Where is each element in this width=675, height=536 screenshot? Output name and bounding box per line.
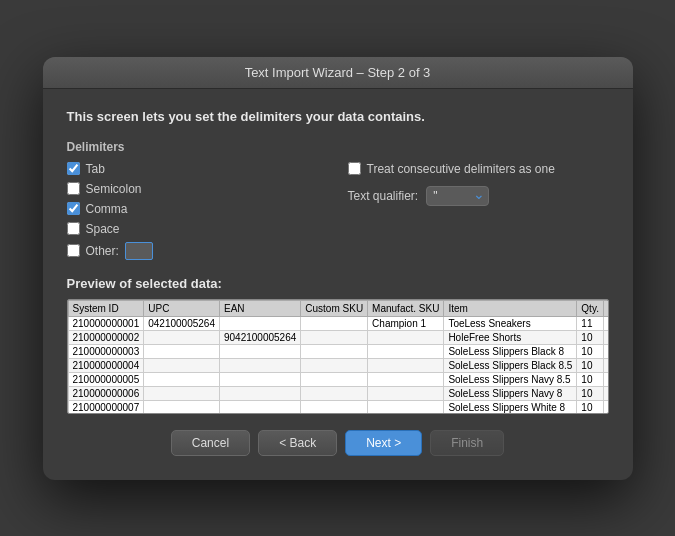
- consecutive-checkbox[interactable]: [348, 162, 361, 175]
- back-button[interactable]: < Back: [258, 430, 337, 456]
- consecutive-checkbox-label[interactable]: Treat consecutive delimiters as one: [348, 162, 609, 176]
- table-row: 210000000001042100005264Champion 1ToeLes…: [68, 316, 609, 330]
- qualifier-label: Text qualifier:: [348, 189, 419, 203]
- tab-checkbox[interactable]: [67, 162, 80, 175]
- table-row: 210000000006SoleLess Slippers Navy 8100: [68, 386, 609, 400]
- table-row: 210000000007SoleLess Slippers White 8100: [68, 400, 609, 414]
- qualifier-select[interactable]: " ' {none}: [426, 186, 489, 206]
- preview-table: System ID UPC EAN Custom SKU Manufact. S…: [68, 300, 609, 414]
- space-label: Space: [86, 222, 120, 236]
- button-row: Cancel < Back Next > Finish: [67, 430, 609, 460]
- preview-container[interactable]: System ID UPC EAN Custom SKU Manufact. S…: [67, 299, 609, 414]
- other-checkbox[interactable]: [67, 244, 80, 257]
- cancel-button[interactable]: Cancel: [171, 430, 250, 456]
- tab-label: Tab: [86, 162, 105, 176]
- table-row: 2100000000029042100005264HoleFree Shorts…: [68, 330, 609, 344]
- qualifier-select-wrapper: " ' {none}: [426, 186, 489, 206]
- col-upc: UPC: [144, 300, 220, 316]
- comma-checkbox[interactable]: [67, 202, 80, 215]
- description-text: This screen lets you set the delimiters …: [67, 109, 609, 124]
- table-row: 210000000003SoleLess Slippers Black 8100: [68, 344, 609, 358]
- other-label: Other:: [86, 244, 119, 258]
- dialog-content: This screen lets you set the delimiters …: [43, 89, 633, 480]
- comma-checkbox-label[interactable]: Comma: [67, 202, 328, 216]
- preview-tbody: 210000000001042100005264Champion 1ToeLes…: [68, 316, 609, 414]
- col-powered: Powered: [603, 300, 608, 316]
- title-text: Text Import Wizard – Step 2 of 3: [245, 65, 431, 80]
- col-ean: EAN: [220, 300, 301, 316]
- space-checkbox-label[interactable]: Space: [67, 222, 328, 236]
- delimiters-row: Tab Semicolon Comma Space Oth: [67, 162, 609, 260]
- delimiters-right: Treat consecutive delimiters as one Text…: [328, 162, 609, 260]
- tab-checkbox-label[interactable]: Tab: [67, 162, 328, 176]
- col-item: Item: [444, 300, 577, 316]
- table-row: 210000000005SoleLess Slippers Navy 8.510…: [68, 372, 609, 386]
- delimiters-label: Delimiters: [67, 140, 609, 154]
- consecutive-label: Treat consecutive delimiters as one: [367, 162, 555, 176]
- col-manufact-sku: Manufact. SKU: [368, 300, 444, 316]
- table-row: 210000000004SoleLess Slippers Black 8.51…: [68, 358, 609, 372]
- other-text-input[interactable]: [125, 242, 153, 260]
- qualifier-row: Text qualifier: " ' {none}: [348, 186, 609, 206]
- semicolon-checkbox[interactable]: [67, 182, 80, 195]
- title-bar: Text Import Wizard – Step 2 of 3: [43, 57, 633, 89]
- table-header-row: System ID UPC EAN Custom SKU Manufact. S…: [68, 300, 609, 316]
- next-button[interactable]: Next >: [345, 430, 422, 456]
- delimiters-left: Tab Semicolon Comma Space Oth: [67, 162, 328, 260]
- preview-label: Preview of selected data:: [67, 276, 609, 291]
- semicolon-label: Semicolon: [86, 182, 142, 196]
- col-custom-sku: Custom SKU: [301, 300, 368, 316]
- semicolon-checkbox-label[interactable]: Semicolon: [67, 182, 328, 196]
- col-system-id: System ID: [68, 300, 144, 316]
- other-checkbox-label[interactable]: Other:: [67, 244, 119, 258]
- dialog: Text Import Wizard – Step 2 of 3 This sc…: [43, 57, 633, 480]
- space-checkbox[interactable]: [67, 222, 80, 235]
- finish-button[interactable]: Finish: [430, 430, 504, 456]
- comma-label: Comma: [86, 202, 128, 216]
- other-row: Other:: [67, 242, 328, 260]
- col-qty: Qty.: [577, 300, 604, 316]
